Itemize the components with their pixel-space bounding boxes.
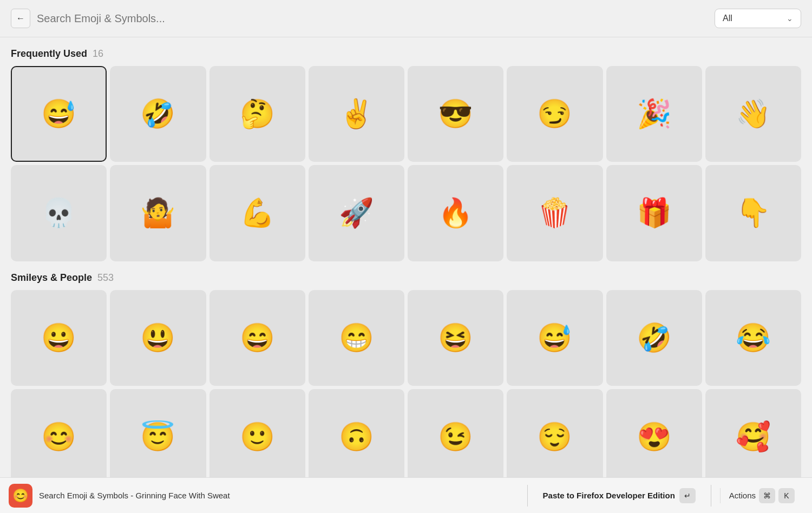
frequently-used-title: Frequently Used <box>11 48 87 60</box>
divider-1 <box>527 485 528 507</box>
emoji-cell[interactable]: 🥰 <box>705 389 801 477</box>
emoji-cell[interactable]: 😄 <box>209 290 305 386</box>
back-icon: ← <box>16 14 25 23</box>
emoji-cell[interactable]: 🎁 <box>606 165 702 261</box>
search-bar: ← All ⌄ <box>0 0 812 37</box>
back-button[interactable]: ← <box>11 9 30 28</box>
emoji-cell[interactable]: 😅 <box>11 66 107 162</box>
section-header-smileys: Smileys & People 553 <box>11 272 801 284</box>
emoji-cell[interactable]: 😁 <box>309 290 404 386</box>
emoji-cell[interactable]: 😌 <box>507 389 603 477</box>
emoji-cell[interactable]: 🤔 <box>209 66 305 162</box>
app-icon: 😊 <box>9 484 32 508</box>
emoji-cell[interactable]: 😃 <box>110 290 206 386</box>
emoji-cell[interactable]: 😇 <box>110 389 206 477</box>
search-input-wrapper <box>37 8 708 29</box>
chevron-down-icon: ⌄ <box>787 14 793 23</box>
emoji-cell[interactable]: 🔥 <box>408 165 503 261</box>
emoji-cell[interactable]: 😀 <box>11 290 107 386</box>
emoji-cell[interactable]: 😂 <box>705 290 801 386</box>
k-key-badge: K <box>778 488 795 503</box>
emoji-cell[interactable]: 🚀 <box>309 165 404 261</box>
emoji-cell[interactable]: 🤷 <box>110 165 206 261</box>
search-input[interactable] <box>37 8 708 29</box>
paste-button[interactable]: Paste to Firefox Developer Edition ↵ <box>532 483 706 509</box>
emoji-cell[interactable]: 💪 <box>209 165 305 261</box>
smileys-section: Smileys & People 553 😀😃😄😁😆😅🤣😂😊😇🙂🙃😉😌😍🥰 <box>11 272 801 478</box>
frequently-used-count: 16 <box>93 48 103 60</box>
section-header-frequently-used: Frequently Used 16 <box>11 48 801 60</box>
emoji-cell[interactable]: 🤣 <box>110 66 206 162</box>
divider-2 <box>711 485 711 507</box>
return-key-badge: ↵ <box>679 488 696 503</box>
emoji-cell[interactable]: 😉 <box>408 389 503 477</box>
cmd-key-badge: ⌘ <box>759 488 775 503</box>
emoji-cell[interactable]: 🤣 <box>606 290 702 386</box>
emoji-cell[interactable]: 😆 <box>408 290 503 386</box>
emoji-cell[interactable]: 😏 <box>507 66 603 162</box>
emoji-cell[interactable]: 💀 <box>11 165 107 261</box>
emoji-cell[interactable]: 😍 <box>606 389 702 477</box>
emoji-cell[interactable]: ✌️ <box>309 66 404 162</box>
emoji-cell[interactable]: 👋 <box>705 66 801 162</box>
frequently-used-grid: 😅🤣🤔✌️😎😏🎉👋💀🤷💪🚀🔥🍿🎁👇 <box>11 66 801 261</box>
actions-section: Actions ⌘ K <box>720 488 803 503</box>
smileys-title: Smileys & People <box>11 272 92 284</box>
emoji-cell[interactable]: 🙃 <box>309 389 404 477</box>
emoji-cell[interactable]: 🍿 <box>507 165 603 261</box>
emoji-cell[interactable]: 🎉 <box>606 66 702 162</box>
emoji-cell[interactable]: 😊 <box>11 389 107 477</box>
emoji-cell[interactable]: 😅 <box>507 290 603 386</box>
emoji-content: Frequently Used 16 😅🤣🤔✌️😎😏🎉👋💀🤷💪🚀🔥🍿🎁👇 Smi… <box>0 37 812 477</box>
emoji-cell[interactable]: 😎 <box>408 66 503 162</box>
filter-label: All <box>723 14 732 23</box>
paste-label: Paste to Firefox Developer Edition <box>543 491 675 500</box>
status-text: Search Emoji & Symbols - Grinning Face W… <box>39 491 523 500</box>
filter-dropdown[interactable]: All ⌄ <box>715 9 801 28</box>
smileys-grid: 😀😃😄😁😆😅🤣😂😊😇🙂🙃😉😌😍🥰 <box>11 290 801 478</box>
smileys-count: 553 <box>97 272 114 284</box>
frequently-used-section: Frequently Used 16 😅🤣🤔✌️😎😏🎉👋💀🤷💪🚀🔥🍿🎁👇 <box>11 48 801 261</box>
status-bar: 😊 Search Emoji & Symbols - Grinning Face… <box>0 477 812 513</box>
main-container: ← All ⌄ Frequently Used 16 😅🤣🤔✌️😎😏🎉👋💀🤷💪🚀… <box>0 0 812 513</box>
app-emoji: 😊 <box>12 488 29 503</box>
actions-label: Actions <box>729 491 756 500</box>
emoji-cell[interactable]: 👇 <box>705 165 801 261</box>
emoji-cell[interactable]: 🙂 <box>209 389 305 477</box>
